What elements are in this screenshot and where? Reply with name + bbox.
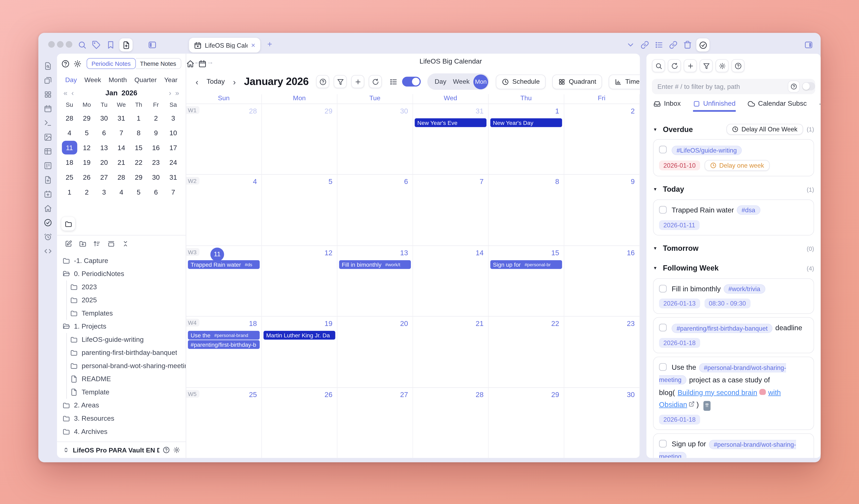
calendar-day-cell[interactable]: 1New Year's Day (488, 104, 564, 174)
task-filter-button[interactable] (700, 59, 713, 72)
calendar-event[interactable]: Fill in bimonthly#work/t (339, 260, 411, 269)
calendar-day-cell[interactable]: 8 (488, 175, 564, 245)
minical-day[interactable]: 29 (78, 111, 95, 125)
task-tag[interactable]: #LifeOS/guide-writing (672, 146, 742, 155)
minical-day[interactable]: 28 (113, 170, 130, 185)
minical-day[interactable]: 16 (147, 140, 165, 155)
tree-item[interactable]: 4. Archives (57, 425, 186, 438)
minical-day[interactable]: 31 (165, 170, 182, 185)
prev-year-button[interactable]: « (62, 88, 69, 96)
minical-day[interactable]: 4 (113, 185, 130, 199)
collapse-triangle-icon[interactable]: ▼ (653, 187, 661, 192)
minical-day[interactable]: 26 (78, 170, 95, 185)
tree-item[interactable]: parenting-first-birthday-banquet (57, 346, 186, 360)
table-icon[interactable] (44, 147, 52, 155)
task-sync-button[interactable] (668, 59, 681, 72)
calendar-event[interactable]: Trapped Rain water#ds (188, 260, 259, 269)
calendar-day-cell[interactable]: 20 (337, 317, 413, 387)
minical-day[interactable]: 14 (113, 140, 130, 155)
prev-period-button[interactable]: ‹ (194, 77, 200, 86)
terminal-icon[interactable] (44, 119, 52, 127)
calendar-day-cell[interactable]: 30 (564, 388, 640, 458)
task-checkbox[interactable] (659, 146, 667, 153)
backlinks-icon[interactable] (669, 41, 678, 49)
task-list-icon[interactable] (390, 77, 398, 86)
calendar-day-cell[interactable]: 31 (639, 388, 640, 458)
filter-toggle[interactable] (802, 82, 815, 90)
minical-day[interactable]: 2 (147, 111, 165, 125)
minical-day[interactable]: 17 (165, 140, 182, 155)
view-tab-week[interactable]: Week (84, 76, 101, 84)
minical-day[interactable]: 6 (95, 125, 113, 140)
minical-day[interactable]: 7 (165, 185, 182, 199)
tree-item[interactable]: 3. Resources (57, 412, 186, 425)
delay-one-week-button[interactable]: Delay one week (704, 160, 770, 171)
calendar-event[interactable]: New Year's Eve (415, 118, 486, 127)
schedule-view-button[interactable]: Schedule (496, 74, 546, 89)
home-rail-icon[interactable] (44, 204, 52, 213)
minical-day[interactable]: 30 (95, 111, 113, 125)
calendar-day-cell[interactable]: 5 (262, 175, 337, 245)
tab-unfinished[interactable]: Unfinished (693, 100, 736, 112)
calendar-day-cell[interactable]: 26 (262, 388, 337, 458)
task-card[interactable]: Use the#personal-brand/wot-sharing-meeti… (653, 356, 814, 430)
calendar-day-cell[interactable]: 12 (262, 246, 337, 316)
calendar-day-cell[interactable]: 6 (337, 175, 413, 245)
calendar-day-cell[interactable]: 24 (639, 317, 640, 387)
calendar-day-cell[interactable]: 14 (413, 246, 488, 316)
minical-day[interactable]: 19 (78, 155, 95, 170)
task-card[interactable]: Sign up for#personal-brand/wot-sharing-m… (653, 433, 814, 458)
task-help-button[interactable] (732, 59, 745, 72)
show-tasks-toggle[interactable] (403, 77, 421, 86)
date-chip[interactable]: 2026-01-18 (659, 415, 700, 424)
minical-day[interactable]: 2 (78, 185, 95, 199)
calendar-event[interactable]: Martin Luther King Jr. Da (263, 331, 335, 340)
task-checkbox[interactable] (659, 363, 667, 371)
new-tab-button[interactable]: + (267, 40, 272, 49)
task-tag[interactable]: #parenting/first-birthday-banquet (672, 323, 772, 333)
bookmark-icon[interactable] (106, 41, 115, 49)
minical-day[interactable]: 22 (130, 155, 147, 170)
calendar-day-cell[interactable]: 10#LifeOS/guide-writing (639, 175, 640, 245)
calendar-day-cell[interactable]: W24 (186, 175, 262, 245)
minical-day[interactable]: 23 (147, 155, 165, 170)
minical-day[interactable]: 27 (95, 170, 113, 185)
traffic-light-minimize-button[interactable] (57, 41, 63, 48)
right-sidebar-toggle[interactable] (804, 41, 813, 49)
calendar-day-cell[interactable]: W311Trapped Rain water#ds (186, 246, 262, 316)
stack-icon[interactable] (107, 240, 115, 248)
task-checkbox[interactable] (659, 285, 667, 292)
traffic-light-zoom-button[interactable] (66, 41, 72, 48)
tree-item[interactable]: 2. Areas (57, 399, 186, 412)
minical-day[interactable]: 30 (147, 170, 165, 185)
task-card[interactable]: #parenting/first-birthday-banquetdeadlin… (653, 317, 814, 353)
prev-month-button[interactable]: ‹ (69, 88, 76, 96)
date-chip[interactable]: 2026-01-11 (659, 220, 700, 230)
library-icon[interactable] (44, 76, 52, 84)
calendar-day-cell[interactable]: 2 (564, 104, 640, 174)
calendar-day-cell[interactable]: 27 (337, 388, 413, 458)
task-tag[interactable]: #work/trivia (724, 284, 765, 293)
tree-item[interactable]: 1. Projects (57, 320, 186, 333)
next-month-button[interactable]: › (166, 88, 174, 96)
collapse-all-icon[interactable] (122, 240, 130, 248)
tag-icon[interactable] (92, 41, 101, 49)
tab-inbox[interactable]: Inbox (653, 100, 681, 112)
minical-day[interactable]: 5 (78, 125, 95, 140)
collapse-triangle-icon[interactable]: ▼ (653, 127, 661, 132)
outline-icon[interactable] (654, 41, 663, 49)
calendar-day-cell[interactable]: W128 (186, 104, 262, 174)
task-checkbox[interactable] (659, 440, 667, 447)
sort-icon[interactable] (93, 240, 101, 248)
tab-close-icon[interactable]: × (251, 41, 255, 49)
calendar-event[interactable]: #parenting/first-birthday-b (188, 340, 259, 349)
outgoing-links-icon[interactable] (641, 41, 649, 49)
calendar-rail-icon[interactable] (44, 105, 52, 113)
tab-theme-notes[interactable]: Theme Notes (136, 58, 181, 69)
help-icon[interactable] (61, 60, 70, 67)
minical-day[interactable]: 1 (130, 111, 147, 125)
segment-month[interactable]: Mon (473, 74, 488, 89)
quadrant-view-button[interactable]: Quadrant (552, 74, 602, 89)
tree-item[interactable]: personal-brand-wot-sharing-meeting (57, 360, 186, 372)
date-chip[interactable]: 2026-01-13 (659, 299, 700, 308)
